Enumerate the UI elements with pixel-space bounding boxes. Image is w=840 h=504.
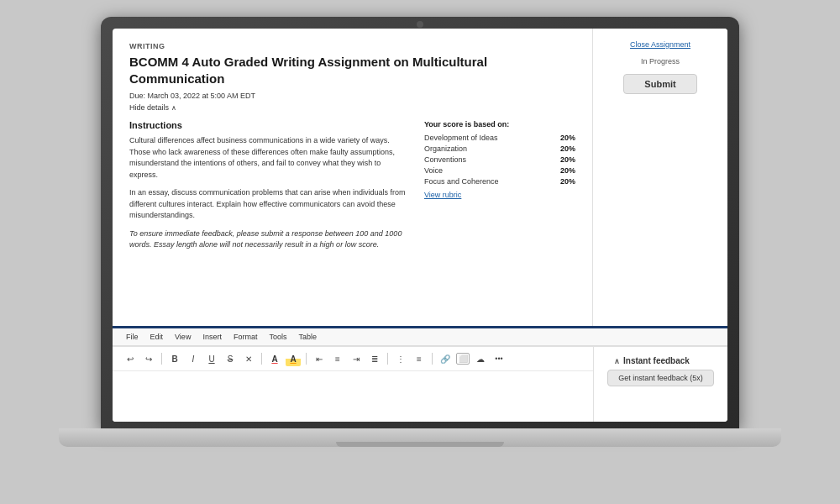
laptop: WRITING BCOMM 4 Auto Graded Writing Assi… — [59, 17, 781, 487]
view-rubric-link[interactable]: View rubric — [424, 191, 575, 199]
score-column: Your score is based on: Development of I… — [424, 120, 575, 251]
main-content: WRITING BCOMM 4 Auto Graded Writing Assi… — [113, 29, 593, 326]
divider-2 — [261, 353, 262, 365]
divider-4 — [387, 353, 388, 365]
align-center-button[interactable]: ≡ — [330, 351, 345, 366]
divider-5 — [432, 353, 433, 365]
divider-1 — [161, 353, 162, 365]
laptop-base — [59, 428, 781, 447]
underline-button[interactable]: U — [204, 351, 219, 366]
camera — [417, 21, 423, 28]
instructions-italic: To ensure immediate feedback, please sub… — [129, 228, 407, 251]
score-item-2: Organization 20% — [424, 144, 575, 153]
chevron-icon: ∧ — [171, 104, 176, 112]
get-feedback-button[interactable]: Get instant feedback (5x) — [607, 370, 714, 386]
screen: WRITING BCOMM 4 Auto Graded Writing Assi… — [113, 29, 727, 422]
numbered-list-button[interactable]: ≡ — [412, 351, 427, 366]
clear-format-button[interactable]: ✕ — [241, 351, 256, 366]
instant-feedback-header: ∧ Instant feedback — [602, 352, 719, 370]
assignment-title: BCOMM 4 Auto Graded Writing Assignment o… — [129, 54, 575, 87]
bold-button[interactable]: B — [167, 351, 182, 366]
divider-3 — [306, 353, 307, 365]
justify-button[interactable]: ≣ — [367, 351, 382, 366]
in-progress-status: In Progress — [641, 57, 680, 66]
menu-tools[interactable]: Tools — [269, 333, 286, 341]
instant-feedback-title: ∧ Instant feedback — [614, 356, 690, 365]
editor-body[interactable] — [113, 371, 593, 422]
screen-content: WRITING BCOMM 4 Auto Graded Writing Assi… — [113, 29, 727, 422]
feedback-section: ∧ Instant feedback Get instant feedback … — [593, 347, 727, 422]
strikethrough-button[interactable]: S — [223, 351, 238, 366]
chevron-up-icon: ∧ — [614, 357, 620, 365]
text-color-button[interactable]: A — [267, 351, 282, 366]
score-item-1: Development of Ideas 20% — [424, 134, 575, 142]
score-item-5: Focus and Coherence 20% — [424, 177, 575, 186]
menu-insert[interactable]: Insert — [202, 333, 222, 341]
top-area: WRITING BCOMM 4 Auto Graded Writing Assi… — [113, 29, 727, 326]
editor-toolbar: ↩ ↪ B I U S ✕ A A — [113, 347, 593, 371]
editor-section: ↩ ↪ B I U S ✕ A A — [113, 347, 593, 422]
undo-button[interactable]: ↩ — [123, 351, 138, 366]
details-section: Instructions Cultural differences affect… — [129, 120, 575, 251]
screen-bezel: WRITING BCOMM 4 Auto Graded Writing Assi… — [101, 17, 739, 428]
menu-edit[interactable]: Edit — [150, 333, 164, 341]
link-button[interactable]: 🔗 — [438, 351, 453, 366]
menu-view[interactable]: View — [175, 333, 191, 341]
instructions-para1: Cultural differences affect business com… — [129, 135, 407, 181]
menu-file[interactable]: File — [126, 333, 139, 341]
cloud-button[interactable]: ☁ — [473, 351, 488, 366]
align-right-button[interactable]: ⇥ — [349, 351, 364, 366]
instructions-column: Instructions Cultural differences affect… — [129, 120, 407, 251]
hide-details-toggle[interactable]: Hide details ∧ — [129, 103, 575, 112]
editor-area: File Edit View Insert Format Tools Table… — [113, 326, 727, 422]
score-item-4: Voice 20% — [424, 166, 575, 175]
highlight-button[interactable]: A — [286, 351, 301, 366]
instructions-para2: In an essay, discuss communication probl… — [129, 187, 407, 222]
menu-table[interactable]: Table — [298, 333, 317, 341]
bullet-list-button[interactable]: ⋮ — [393, 351, 408, 366]
due-date: Due: March 03, 2022 at 5:00 AM EDT — [129, 92, 575, 100]
close-assignment-link[interactable]: Close Assignment — [630, 40, 690, 49]
writing-label: WRITING — [129, 42, 575, 50]
image-button[interactable]: ⬜ — [456, 353, 470, 365]
more-button[interactable]: ••• — [491, 351, 507, 366]
sidebar: Close Assignment In Progress Submit — [593, 29, 727, 326]
redo-button[interactable]: ↪ — [141, 351, 156, 366]
score-heading: Your score is based on: — [424, 120, 575, 129]
editor-menu-bar: File Edit View Insert Format Tools Table — [113, 328, 727, 346]
score-item-3: Conventions 20% — [424, 155, 575, 164]
bottom-row: ↩ ↪ B I U S ✕ A A — [113, 346, 727, 422]
instructions-heading: Instructions — [129, 120, 407, 130]
align-left-button[interactable]: ⇤ — [312, 351, 327, 366]
italic-button[interactable]: I — [186, 351, 201, 366]
submit-button[interactable]: Submit — [623, 74, 696, 94]
menu-format[interactable]: Format — [234, 333, 258, 341]
